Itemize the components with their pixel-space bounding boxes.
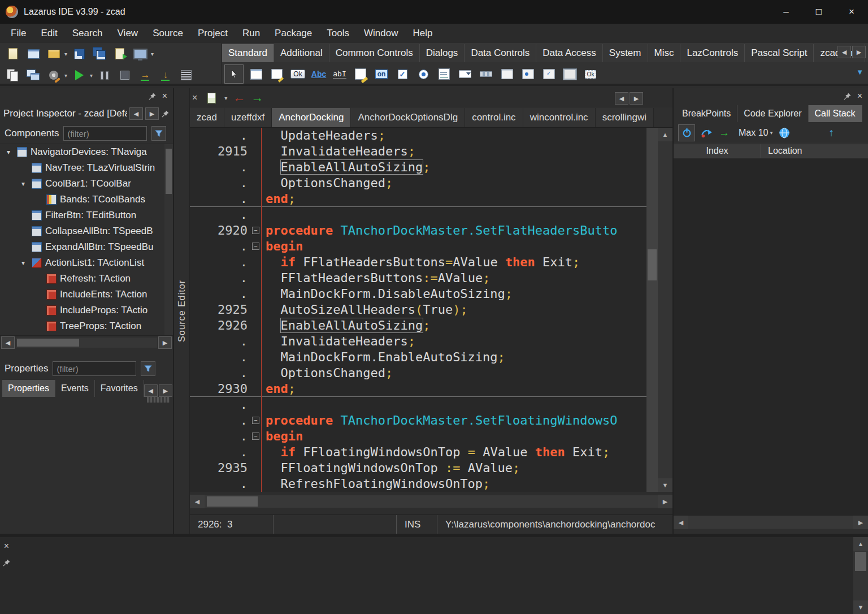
step-into-icon[interactable]: [157, 67, 174, 83]
column-location[interactable]: Location: [761, 144, 868, 158]
step-over-icon[interactable]: [137, 67, 154, 83]
close-panel-icon[interactable]: ×: [162, 92, 167, 101]
code-line[interactable]: .end;: [190, 191, 648, 207]
fold-toggle-icon[interactable]: −: [252, 417, 259, 424]
code-line[interactable]: .: [190, 397, 648, 413]
palette-tab-pascal-script[interactable]: Pascal Script: [745, 44, 814, 62]
editor-tab-uzeffdxf[interactable]: uzeffdxf: [224, 108, 272, 127]
code-line[interactable]: 2935 FFloatingWindowsOnTop := AValue;: [190, 460, 648, 476]
palette-tedit-icon[interactable]: abI: [331, 66, 348, 83]
tree-horizontal-scrollbar[interactable]: ◀ ▶: [0, 336, 173, 349]
bottom-pin-icon[interactable]: [2, 559, 11, 567]
menu-package[interactable]: Package: [267, 24, 319, 43]
code-area[interactable]: . UpdateHeaders;2915 InvalidateHeaders;.…: [190, 128, 648, 492]
menu-view[interactable]: View: [110, 24, 146, 43]
bottom-scroll-down-icon[interactable]: ▼: [853, 600, 868, 614]
copy-icon[interactable]: [5, 67, 21, 83]
components-filter-input[interactable]: [63, 126, 147, 141]
palette-tradiobutton-icon[interactable]: [415, 66, 432, 83]
code-line[interactable]: . UpdateHeaders;: [190, 128, 648, 144]
palette-tframe-icon[interactable]: Ok: [582, 66, 599, 83]
callstack-power-button[interactable]: [678, 124, 695, 141]
open-icon-dropdown[interactable]: ▾: [64, 51, 67, 57]
inspector-pin-icon[interactable]: [161, 110, 170, 118]
palette-tgroupbox-icon[interactable]: [498, 66, 515, 83]
code-line[interactable]: .: [190, 207, 648, 223]
inspector-tab-events[interactable]: Events: [55, 380, 95, 397]
fold-toggle-icon[interactable]: −: [252, 243, 259, 250]
palette-tab-common-controls[interactable]: Common Controls: [329, 44, 420, 62]
code-line[interactable]: . if FFloatingWindowsOnTop = AValue then…: [190, 444, 648, 460]
collapse-expander-icon[interactable]: ▾: [3, 148, 14, 156]
code-line[interactable]: .−begin: [190, 429, 648, 444]
callstack-horizontal-scrollbar[interactable]: ◀ ▶: [674, 516, 868, 529]
collapse-expander-icon[interactable]: ▾: [18, 180, 28, 188]
tree-vertical-scrollbar[interactable]: [164, 144, 173, 335]
navigate-back-icon[interactable]: ←: [233, 90, 245, 105]
unit-list-dropdown-icon[interactable]: ▾: [224, 95, 227, 101]
copy-window-icon[interactable]: [25, 67, 42, 83]
editor-tab-zcad[interactable]: zcad: [190, 108, 224, 127]
debug-tab-breakpoints[interactable]: BreakPoints: [676, 105, 737, 122]
callstack-hscroll-track[interactable]: [688, 516, 853, 529]
palette-tcombobox-icon[interactable]: [457, 66, 474, 83]
palette-tab-misc[interactable]: Misc: [648, 44, 681, 62]
code-line[interactable]: . MainDockForm.EnableAutoSizing;: [190, 349, 648, 365]
show-current-frame-icon[interactable]: →: [719, 127, 730, 139]
callstack-scroll-right-icon[interactable]: ▶: [853, 516, 868, 529]
save-icon[interactable]: [71, 46, 88, 62]
editor-tab-wincontrol-inc[interactable]: wincontrol.inc: [523, 108, 596, 127]
code-line[interactable]: .−begin: [190, 239, 648, 254]
palette-tab-lazcontrols[interactable]: LazControls: [680, 44, 745, 62]
code-line[interactable]: . FFlatHeadersButtons:=AValue;: [190, 270, 648, 286]
code-line[interactable]: . if FFlatHeadersButtons=AValue then Exi…: [190, 254, 648, 270]
menu-help[interactable]: Help: [405, 24, 440, 43]
overview-thumb[interactable]: [648, 249, 657, 280]
editor-scroll-down-icon[interactable]: ▼: [658, 478, 672, 492]
editor-vertical-scrollbar[interactable]: ▲ ▼: [658, 128, 672, 492]
open-icon[interactable]: [45, 46, 62, 62]
callstack-scroll-left-icon[interactable]: ◀: [674, 516, 688, 529]
editor-horizontal-scrollbar[interactable]: ◀ ▶: [190, 495, 672, 508]
code-line[interactable]: 2926 EnableAllAutoSizing;: [190, 318, 648, 334]
unit-list-icon[interactable]: [203, 90, 220, 106]
menu-project[interactable]: Project: [190, 24, 235, 43]
palette-tlistbox-icon[interactable]: [436, 66, 453, 83]
editor-hscroll-thumb[interactable]: [207, 496, 258, 507]
code-line[interactable]: . OptionsChanged;: [190, 365, 648, 381]
inspector-tab-favorites[interactable]: Favorites: [95, 380, 144, 397]
menu-file[interactable]: File: [3, 24, 33, 43]
max-entries-dropdown[interactable]: Max 10 ▾: [739, 128, 773, 138]
palette-tab-data-access[interactable]: Data Access: [536, 44, 603, 62]
palette-cursor-tool-icon[interactable]: [224, 64, 244, 84]
debug-tab-code-explorer[interactable]: Code Explorer: [737, 105, 808, 122]
properties-filter-button[interactable]: [141, 361, 155, 376]
editor-tab-anchordocking[interactable]: AnchorDocking: [272, 108, 351, 127]
code-line[interactable]: 2930end;: [190, 381, 648, 397]
palette-tlabel-icon[interactable]: Abc: [310, 66, 327, 83]
tree-scroll-left-icon[interactable]: ◀: [1, 336, 15, 349]
new-unit-icon[interactable]: [5, 46, 21, 62]
tree-item[interactable]: FilterBtn: TEditButton: [0, 207, 173, 223]
view-forms-icon[interactable]: [132, 46, 149, 62]
menu-tools[interactable]: Tools: [319, 24, 357, 43]
palette-more-icon[interactable]: ▼: [856, 68, 863, 76]
editor-tabs-right-icon[interactable]: ▶: [630, 92, 643, 105]
close-button[interactable]: ×: [835, 0, 868, 24]
source-editor-strip[interactable]: Source Editor: [174, 88, 190, 534]
inspector-back-icon[interactable]: ◀: [129, 107, 143, 120]
code-line[interactable]: 2925 AutoSizeAllHeaders(True);: [190, 302, 648, 318]
palette-ttogglebox-icon[interactable]: on: [373, 66, 390, 83]
bottom-close-icon[interactable]: ×: [4, 542, 9, 551]
tree-item[interactable]: ▾ActionList1: TActionList: [0, 255, 173, 271]
editor-tabs-left-icon[interactable]: ◀: [615, 92, 628, 105]
view-source-globe-icon[interactable]: [779, 127, 790, 139]
run-icon-dropdown[interactable]: ▾: [90, 72, 93, 79]
code-line[interactable]: . OptionsChanged;: [190, 175, 648, 191]
code-line[interactable]: . EnableAllAutoSizing;: [190, 159, 648, 175]
code-line[interactable]: . MainDockForm.DisableAutoSizing;: [190, 286, 648, 302]
palette-tab-system[interactable]: System: [603, 44, 648, 62]
editor-scroll-right-icon[interactable]: ▶: [658, 495, 672, 508]
collapse-expander-icon[interactable]: ▾: [18, 259, 28, 267]
pause-icon[interactable]: [96, 67, 113, 83]
